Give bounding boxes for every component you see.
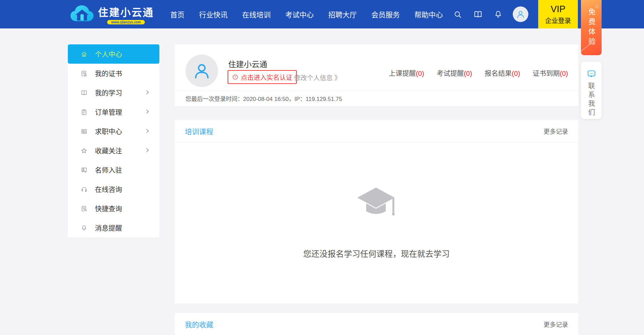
sidebar-item-label: 名师入驻 <box>95 165 122 175</box>
sidebar-item-label: 个人中心 <box>95 49 122 59</box>
person-icon <box>191 60 212 81</box>
sidebar-item-messages[interactable]: 消息提醒 <box>68 218 159 237</box>
graduation-cap-icon <box>355 186 398 219</box>
nav-link-exam-center[interactable]: 考试中心 <box>285 9 314 19</box>
section-title: 我的收藏 <box>185 319 213 329</box>
sidebar-item-label: 我的证书 <box>95 68 122 78</box>
empty-courses-message: 您还没报名学习任何课程，现在就去学习 <box>303 247 450 259</box>
sidebar-item-personal-center[interactable]: 个人中心 <box>68 44 159 64</box>
logo[interactable]: 住建小云通 www.zjianzys.com <box>70 4 154 25</box>
sidebar-item-certificates[interactable]: 我的证书 <box>68 64 159 83</box>
nav-link-industry-news[interactable]: 行业快讯 <box>199 9 228 19</box>
sidebar-item-label: 消息提醒 <box>95 223 122 233</box>
headset-icon <box>81 186 87 193</box>
last-login-info: 您最后一次登录时间：2020-08-04 16:50，IP：119.129.51… <box>175 90 578 106</box>
sidebar-item-online-consult[interactable]: 在线咨询 <box>68 180 159 199</box>
favorites-card: 我的收藏 更多记录 <box>175 313 578 335</box>
certificate-icon <box>81 70 87 77</box>
sidebar-item-label: 收藏关注 <box>95 146 122 155</box>
sidebar-item-label: 我的学习 <box>95 88 122 98</box>
sidebar: 个人中心 我的证书 我的学习 订单管理 <box>68 44 159 237</box>
sidebar-item-label: 订单管理 <box>95 107 122 117</box>
clipboard-icon <box>81 109 87 116</box>
realname-verify-label: 点击进入实名认证 <box>241 72 292 82</box>
realname-verify-button[interactable]: 点击进入实名认证 <box>228 70 297 84</box>
sidebar-item-label: 在线咨询 <box>95 184 122 194</box>
more-records-link[interactable]: 更多记录 <box>544 127 568 135</box>
reminder-exam[interactable]: 考试提醒(0) <box>437 68 472 78</box>
more-records-link[interactable]: 更多记录 <box>544 320 568 329</box>
book-icon <box>81 89 87 96</box>
contact-us-widget[interactable]: 联系我们 <box>581 62 602 119</box>
edit-profile-link[interactable]: 修改个人信息 》 <box>294 73 341 82</box>
nav-icon-group <box>453 10 503 19</box>
reminder-count: (0) <box>560 70 568 77</box>
section-title: 培训课程 <box>185 126 213 136</box>
vip-label: VIP <box>551 4 566 15</box>
nav-link-member-services[interactable]: 会员服务 <box>371 9 400 19</box>
reminder-label: 上课提醒 <box>389 70 416 77</box>
nav-links: 首页 行业快讯 在线培训 考试中心 招聘大厅 会员服务 帮助中心 <box>170 9 443 19</box>
profile-avatar <box>186 55 218 87</box>
vip-enterprise-login-button[interactable]: VIP 企业登录 <box>538 0 578 28</box>
logo-cloud-icon <box>70 4 95 25</box>
nav-link-online-training[interactable]: 在线培训 <box>242 9 271 19</box>
reminder-label: 证书到期 <box>533 70 560 77</box>
profile-name: 住建小云通 <box>228 58 267 69</box>
free-trial-label: 免费体验 <box>586 8 597 47</box>
training-empty-state: 您还没报名学习任何课程，现在就去学习 <box>175 142 578 303</box>
reminder-group: 上课提醒(0) 考试提醒(0) 报名结果(0) 证书到期(0) <box>389 68 568 78</box>
enterprise-login-label: 企业登录 <box>545 16 571 25</box>
sidebar-item-favorites[interactable]: 收藏关注 <box>68 141 159 160</box>
reminder-count: (0) <box>416 70 424 77</box>
reminder-certificate-expiry[interactable]: 证书到期(0) <box>533 68 568 78</box>
reminder-registration-result[interactable]: 报名结果(0) <box>485 68 520 78</box>
nav-link-help-center[interactable]: 帮助中心 <box>414 9 443 19</box>
chevron-right-icon <box>144 148 149 152</box>
reminder-count: (0) <box>464 70 472 77</box>
logo-title: 住建小云通 <box>98 4 154 19</box>
search-icon[interactable] <box>453 10 462 19</box>
person-icon <box>515 9 526 19</box>
sidebar-item-job-center[interactable]: 求职中心 <box>68 122 159 141</box>
sidebar-item-quick-query[interactable]: 快捷查询 <box>68 199 159 218</box>
reminder-class[interactable]: 上课提醒(0) <box>389 68 424 78</box>
training-courses-card: 培训课程 更多记录 您还没报名学习任何课程，现在就去学习 <box>175 120 578 303</box>
main-content: 住建小云通 点击进入实名认证 修改个人信息 》 上课提醒(0) 考试提醒(0) … <box>175 44 578 335</box>
newspaper-icon <box>81 128 87 135</box>
sidebar-item-orders[interactable]: 订单管理 <box>68 102 159 122</box>
logo-url-badge: www.zjianzys.com <box>107 20 145 24</box>
reminder-label: 考试提醒 <box>437 70 464 77</box>
chevron-right-icon <box>144 90 149 95</box>
logo-text-block: 住建小云通 www.zjianzys.com <box>98 4 154 24</box>
favorites-header: 我的收藏 更多记录 <box>175 313 578 335</box>
reminder-count: (0) <box>512 70 520 77</box>
bell-icon[interactable] <box>494 10 503 19</box>
profile-card: 住建小云通 点击进入实名认证 修改个人信息 》 上课提醒(0) 考试提醒(0) … <box>175 44 578 106</box>
chevron-right-icon <box>144 109 149 114</box>
nav-link-job-hall[interactable]: 招聘大厅 <box>328 9 357 19</box>
user-avatar[interactable] <box>513 6 528 22</box>
teacher-icon <box>81 167 87 173</box>
sidebar-item-label: 求职中心 <box>95 126 122 136</box>
sidebar-item-teacher-join[interactable]: 名师入驻 <box>68 160 159 180</box>
book-icon[interactable] <box>473 10 483 19</box>
nav-link-home[interactable]: 首页 <box>170 9 184 19</box>
home-icon <box>81 51 87 58</box>
warning-icon <box>232 74 238 80</box>
chat-bubble-icon <box>587 69 596 78</box>
star-icon <box>81 147 87 154</box>
contact-us-label: 联系我们 <box>586 82 596 118</box>
chevron-right-icon <box>144 129 149 133</box>
sidebar-item-learning[interactable]: 我的学习 <box>68 83 159 102</box>
document-search-icon <box>81 205 87 212</box>
training-courses-header: 培训课程 更多记录 <box>175 120 578 142</box>
bell-icon <box>81 225 87 231</box>
sidebar-item-label: 快捷查询 <box>95 204 122 213</box>
free-trial-ribbon[interactable]: 免费体验 <box>581 0 602 55</box>
reminder-label: 报名结果 <box>485 70 512 77</box>
top-nav: 住建小云通 www.zjianzys.com 首页 行业快讯 在线培训 考试中心… <box>0 0 644 28</box>
